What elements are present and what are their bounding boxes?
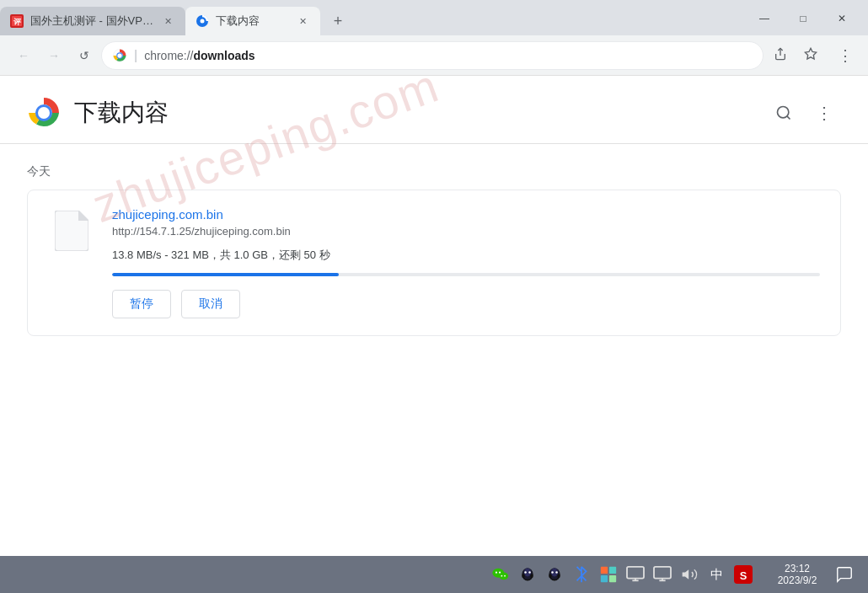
address-bar[interactable]: | chrome://downloads (101, 41, 764, 70)
active-tab-close[interactable]: ✕ (295, 13, 310, 29)
more-options-button[interactable]: ⋮ (807, 96, 841, 130)
svg-rect-42 (654, 567, 671, 579)
svg-rect-38 (609, 575, 616, 582)
browser-menu-button[interactable]: ⋮ (831, 42, 858, 69)
toolbar-icons (767, 42, 824, 69)
taskbar-monitor2-icon[interactable] (652, 564, 672, 585)
svg-point-13 (778, 107, 789, 118)
downloads-list: 今天 zhujiceping.com.bin http://154.7.1.25… (0, 144, 868, 356)
taskbar-fx-icon[interactable] (598, 564, 619, 585)
svg-point-12 (38, 107, 50, 119)
svg-text:S: S (740, 569, 747, 582)
svg-point-7 (117, 53, 121, 57)
reload-button[interactable]: ↺ (71, 42, 98, 69)
svg-point-26 (522, 574, 524, 578)
active-tab-title: 下载内容 (216, 13, 288, 29)
svg-point-31 (551, 571, 554, 574)
window-controls: — □ ✕ (745, 7, 868, 35)
inactive-tab-close[interactable]: ✕ (160, 13, 175, 29)
progress-bar-fill (112, 273, 339, 276)
section-today-label: 今天 (27, 164, 841, 179)
search-button[interactable] (767, 96, 801, 130)
taskbar-sogou-icon[interactable]: S (733, 564, 753, 585)
taskbar-bluetooth-icon[interactable] (571, 564, 592, 585)
taskbar-system-icons: 中 S 23:12 2023/9/2 (490, 561, 858, 588)
taskbar-time: 23:12 (785, 563, 810, 574)
svg-point-17 (499, 572, 501, 574)
inactive-tab-title: 国外主机测评 - 国外VPS， (30, 13, 153, 29)
address-text: chrome://downloads (144, 49, 753, 62)
header-actions: ⋮ (767, 96, 841, 130)
tab-favicon-inactive: 评 (10, 14, 24, 28)
download-item: zhujiceping.com.bin http://154.7.1.25/zh… (27, 190, 841, 336)
back-icon: ← (18, 49, 29, 62)
address-protocol: chrome:// (144, 49, 193, 62)
tab-active[interactable]: 下载内容 ✕ (185, 7, 320, 35)
maximize-button[interactable]: □ (784, 7, 822, 30)
close-icon: ✕ (838, 13, 846, 24)
back-button[interactable]: ← (10, 42, 37, 69)
svg-marker-9 (805, 48, 816, 59)
svg-point-18 (499, 572, 508, 580)
forward-button[interactable]: → (40, 42, 67, 69)
taskbar-wechat-icon[interactable] (490, 564, 511, 585)
taskbar-date: 2023/9/2 (778, 574, 817, 586)
bookmark-icon (804, 47, 817, 63)
progress-bar-container (112, 273, 820, 276)
tab-inactive[interactable]: 评 国外主机测评 - 国外VPS， ✕ (0, 7, 185, 35)
address-path: downloads (194, 49, 255, 62)
tab-bar: 评 国外主机测评 - 国外VPS， ✕ 下载内容 ✕ + — (0, 0, 868, 35)
download-info: zhujiceping.com.bin http://154.7.1.25/zh… (112, 207, 820, 318)
taskbar: 中 S 23:12 2023/9/2 (0, 556, 868, 593)
svg-point-16 (496, 572, 497, 574)
toolbar: ← → ↺ | chrome://downloads (0, 35, 868, 76)
download-status: 13.8 MB/s - 321 MB，共 1.0 GB，还剩 50 秒 (112, 248, 820, 263)
svg-point-32 (555, 571, 558, 574)
taskbar-notification-button[interactable] (831, 561, 858, 588)
taskbar-qq1-icon[interactable] (517, 564, 538, 585)
address-separator: | (134, 48, 137, 63)
taskbar-qq2-icon[interactable] (544, 564, 565, 585)
svg-point-33 (549, 574, 551, 578)
search-icon (775, 104, 792, 121)
maximize-icon: □ (800, 13, 806, 24)
svg-rect-37 (601, 575, 608, 582)
downloads-header: 下载内容 ⋮ (0, 76, 868, 144)
svg-point-34 (557, 574, 560, 578)
svg-line-14 (787, 116, 790, 120)
chrome-logo (27, 96, 61, 130)
download-actions: 暂停 取消 (112, 290, 820, 318)
page-title: 下载内容 (74, 97, 169, 129)
svg-text:评: 评 (13, 18, 22, 26)
svg-rect-35 (601, 567, 608, 574)
svg-point-20 (504, 575, 506, 577)
new-tab-button[interactable]: + (324, 7, 352, 35)
svg-point-25 (528, 571, 531, 574)
share-button[interactable] (767, 42, 794, 69)
browser-menu-icon: ⋮ (838, 46, 851, 65)
download-url: http://154.7.1.25/zhujiceping.com.bin (112, 225, 820, 238)
share-icon (774, 47, 787, 63)
file-icon (55, 211, 88, 251)
forward-icon: → (48, 49, 60, 62)
svg-rect-39 (627, 567, 644, 579)
svg-point-19 (501, 575, 502, 577)
taskbar-monitor-icon[interactable] (625, 564, 646, 585)
more-options-icon: ⋮ (816, 103, 833, 123)
taskbar-clock: 23:12 2023/9/2 (770, 563, 824, 586)
file-icon-container (48, 207, 95, 254)
svg-point-27 (530, 574, 533, 578)
taskbar-ime-icon[interactable]: 中 (706, 564, 726, 585)
close-button[interactable]: ✕ (822, 7, 861, 30)
bookmark-button[interactable] (797, 42, 824, 69)
taskbar-volume-icon[interactable] (679, 564, 699, 585)
minimize-button[interactable]: — (745, 7, 784, 30)
pause-button[interactable]: 暂停 (112, 290, 171, 318)
notification-icon (835, 565, 854, 584)
download-filename[interactable]: zhujiceping.com.bin (112, 207, 820, 222)
reload-icon: ↺ (79, 49, 89, 62)
cancel-button[interactable]: 取消 (181, 290, 240, 318)
svg-point-24 (524, 571, 527, 574)
svg-rect-36 (609, 567, 616, 574)
minimize-icon: — (759, 13, 769, 24)
